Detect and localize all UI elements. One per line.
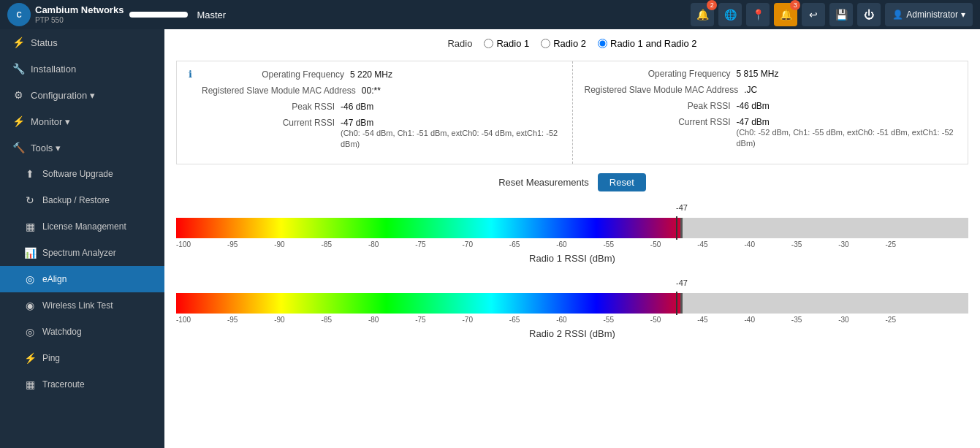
alert-icon-btn[interactable]: 🔔 3 [774, 3, 797, 26]
sidebar: ⚡ Status🔧 Installation⚙ Configuration ▾⚡… [0, 29, 164, 448]
sidebar-item-backup-restore[interactable]: ↻ Backup / Restore [0, 187, 164, 213]
sidebar-label-ping: Ping [42, 353, 60, 363]
sidebar-icon-software-upgrade: ⬆ [23, 168, 37, 180]
reset-row: Reset Measurements Reset [176, 173, 968, 191]
notification-bell[interactable]: 🔔 2 [691, 3, 714, 26]
sidebar-item-status[interactable]: ⚡ Status [0, 29, 164, 56]
sidebar-label-software-upgrade: Software Upgrade [42, 169, 113, 179]
sidebar-item-ealign[interactable]: ◎ eAlign [0, 266, 164, 292]
admin-label: Administrator [906, 10, 958, 20]
sidebar-icon-license-management: ▦ [23, 221, 37, 232]
rssi-gray-2 [683, 293, 968, 314]
peak-rssi-label-left: Peak RSSI [189, 102, 335, 112]
alert-badge: 3 [790, 0, 800, 10]
globe-icon-btn[interactable]: 🌐 [718, 3, 742, 26]
sidebar-item-wireless-link-test[interactable]: ◉ Wireless Link Test [0, 292, 164, 319]
sidebar-icon-ping: ⚡ [23, 352, 37, 364]
sidebar-item-software-upgrade[interactable]: ⬆ Software Upgrade [0, 161, 164, 187]
op-freq-row-right: Operating Frequency 5 815 MHz [585, 69, 957, 79]
rssi-section-1: -47 -100-95-90-85-80-75-70-65-60-55-50-4… [176, 203, 968, 264]
sidebar-item-license-management[interactable]: ▦ License Management [0, 213, 164, 240]
panel-right: Operating Frequency 5 815 MHz Registered… [572, 61, 968, 164]
sidebar-label-spectrum-analyzer: Spectrum Analyzer [42, 248, 116, 258]
mac-value-left: 00:** [362, 86, 381, 96]
rssi-scale-1: -100-95-90-85-80-75-70-65-60-55-50-45-40… [176, 240, 896, 248]
header: C Cambium Networks PTP 550 Master 🔔 2 🌐 … [0, 0, 980, 29]
sidebar-icon-ealign: ◎ [23, 273, 37, 285]
op-freq-label-right: Operating Frequency [585, 69, 731, 79]
sidebar-item-tools[interactable]: 🔨 Tools ▾ [0, 134, 164, 161]
rssi1-marker-label: -47 [676, 203, 688, 212]
rssi2-title: Radio 2 RSSI (dBm) [176, 328, 968, 339]
sidebar-label-traceroute: Traceroute [42, 379, 85, 390]
sidebar-label-configuration: Configuration ▾ [31, 90, 95, 101]
sidebar-icon-installation: 🔧 [12, 63, 25, 75]
mac-row-left: Registered Slave Module MAC Address 00:*… [189, 86, 561, 96]
sidebar-icon-spectrum-analyzer: 📊 [23, 247, 37, 259]
op-freq-label-left: Operating Frequency [198, 69, 344, 80]
admin-menu[interactable]: 👤 Administrator ▾ [885, 3, 973, 26]
content-area: Radio Radio 1 Radio 2 Radio 1 and Radio … [164, 29, 980, 448]
sidebar-item-configuration[interactable]: ⚙ Configuration ▾ [0, 82, 164, 108]
sidebar-icon-backup-restore: ↻ [23, 194, 37, 206]
device-name[interactable] [129, 12, 188, 18]
sidebar-label-backup-restore: Backup / Restore [42, 195, 110, 205]
sidebar-label-ealign: eAlign [42, 274, 67, 284]
rssi-bar-1 [176, 218, 968, 238]
sidebar-icon-configuration: ⚙ [12, 89, 25, 101]
rssi-section-2: -47 -100-95-90-85-80-75-70-65-60-55-50-4… [176, 278, 968, 339]
op-freq-value-left: 5 220 MHz [350, 69, 392, 80]
sidebar-label-monitor: Monitor ▾ [31, 116, 70, 127]
logo-icon: C [7, 3, 31, 26]
current-rssi-value-left: -47 dBm (Ch0: -54 dBm, Ch1: -51 dBm, ext… [341, 118, 561, 151]
current-rssi-detail-right: (Ch0: -52 dBm, Ch1: -55 dBm, extCh0: -51… [737, 128, 954, 148]
rssi-marker-2 [676, 292, 677, 315]
undo-icon-btn[interactable]: ↩ [802, 3, 825, 26]
mac-value-right: .JC [744, 85, 757, 95]
mac-label-right: Registered Slave Module MAC Address [585, 85, 739, 95]
current-rssi-label-left: Current RSSI [189, 118, 335, 128]
notification-badge: 2 [707, 0, 717, 10]
rssi-bar-1-container: -47 -100-95-90-85-80-75-70-65-60-55-50-4… [176, 203, 968, 248]
sidebar-label-installation: Installation [31, 64, 76, 75]
rssi-gray-1 [683, 218, 968, 238]
sidebar-item-installation[interactable]: 🔧 Installation [0, 56, 164, 82]
sidebar-icon-monitor: ⚡ [12, 115, 25, 127]
sidebar-item-watchdog[interactable]: ◎ Watchdog [0, 319, 164, 345]
logo: C Cambium Networks PTP 550 [7, 3, 124, 26]
peak-rssi-label-right: Peak RSSI [585, 101, 731, 111]
sidebar-icon-watchdog: ◎ [23, 326, 37, 338]
peak-rssi-value-left: -46 dBm [341, 102, 373, 112]
master-label: Master [197, 10, 226, 20]
current-rssi-row-right: Current RSSI -47 dBm (Ch0: -52 dBm, Ch1:… [585, 117, 957, 150]
reset-label: Reset Measurements [498, 177, 589, 188]
current-rssi-value-right: -47 dBm (Ch0: -52 dBm, Ch1: -55 dBm, ext… [737, 117, 957, 150]
reset-button[interactable]: Reset [598, 173, 646, 191]
sidebar-item-ping[interactable]: ⚡ Ping [0, 345, 164, 371]
power-icon-btn[interactable]: ⏻ [857, 3, 881, 26]
sidebar-label-tools: Tools ▾ [31, 143, 61, 153]
sidebar-icon-tools: 🔨 [12, 142, 25, 153]
sidebar-item-monitor[interactable]: ⚡ Monitor ▾ [0, 108, 164, 134]
sidebar-item-spectrum-analyzer[interactable]: 📊 Spectrum Analyzer [0, 240, 164, 266]
save-icon-btn[interactable]: 💾 [829, 3, 853, 26]
sidebar-icon-wireless-link-test: ◉ [23, 300, 37, 311]
rssi-bar-2-container: -47 -100-95-90-85-80-75-70-65-60-55-50-4… [176, 278, 968, 324]
radio-option-both[interactable]: Radio 1 and Radio 2 [598, 38, 697, 49]
location-icon-btn[interactable]: 📍 [746, 3, 770, 26]
current-rssi-row-left: Current RSSI -47 dBm (Ch0: -54 dBm, Ch1:… [189, 118, 561, 151]
logo-text: Cambium Networks PTP 550 [35, 4, 124, 25]
rssi-marker-1 [676, 216, 677, 240]
sidebar-icon-traceroute: ▦ [23, 379, 37, 390]
current-rssi-label-right: Current RSSI [585, 117, 731, 127]
rssi-gradient-2 [176, 293, 680, 314]
rssi2-marker-label: -47 [676, 278, 688, 287]
radio-option-1[interactable]: Radio 1 [484, 38, 529, 49]
sidebar-item-traceroute[interactable]: ▦ Traceroute [0, 371, 164, 398]
radio-selector: Radio Radio 1 Radio 2 Radio 1 and Radio … [176, 38, 968, 49]
radio-option-2[interactable]: Radio 2 [541, 38, 586, 49]
sidebar-label-wireless-link-test: Wireless Link Test [42, 300, 113, 311]
current-rssi-detail-left: (Ch0: -54 dBm, Ch1: -51 dBm, extCh0: -54… [341, 129, 558, 148]
header-icons: 🔔 2 🌐 📍 🔔 3 ↩ 💾 ⏻ 👤 Administrator ▾ [691, 3, 973, 26]
main-layout: ⚡ Status🔧 Installation⚙ Configuration ▾⚡… [0, 29, 980, 448]
